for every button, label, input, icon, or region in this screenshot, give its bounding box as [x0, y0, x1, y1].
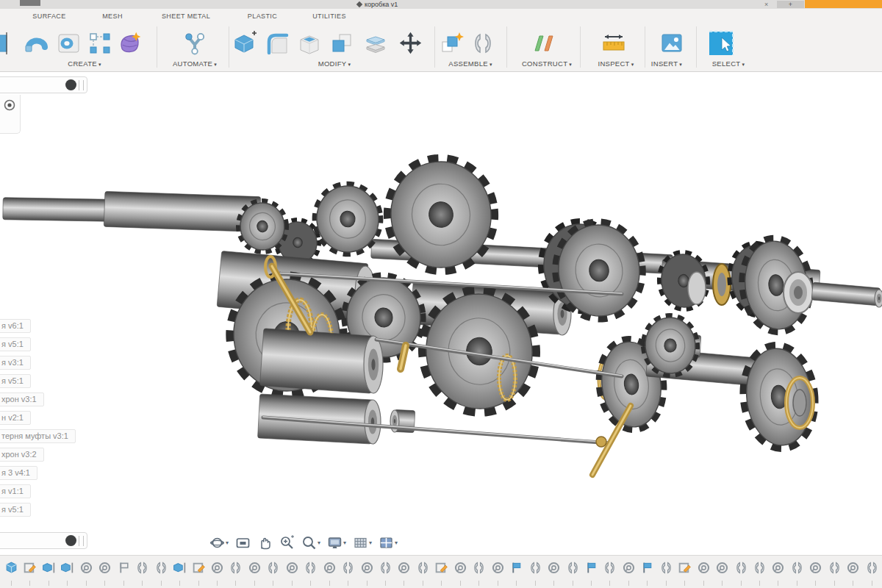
fit-button[interactable]: ▾: [300, 534, 322, 551]
display-settings-icon: [327, 535, 343, 551]
timeline-tick: [722, 581, 723, 586]
timeline-joint-icon[interactable]: [790, 561, 804, 575]
timeline-joint-icon[interactable]: [379, 561, 392, 575]
dropdown-caret: ▾: [679, 62, 682, 67]
combine-icon[interactable]: [329, 31, 354, 56]
timeline-flag-blue-icon[interactable]: [584, 561, 598, 575]
ribbon-group-construct[interactable]: CONSTRUCT▾: [522, 60, 572, 68]
revolve-icon[interactable]: [24, 31, 49, 56]
construction-plane-icon[interactable]: [531, 31, 556, 56]
timeline-tick: [123, 581, 124, 586]
insert-image-icon[interactable]: [660, 31, 684, 56]
timeline-revolute-icon[interactable]: [285, 561, 299, 575]
timeline-revolute-icon[interactable]: [491, 561, 505, 575]
sweep-icon[interactable]: [56, 31, 81, 56]
document-tab-icon: [356, 1, 362, 7]
timeline-revolute-icon[interactable]: [547, 561, 561, 575]
joint-icon[interactable]: [470, 31, 495, 56]
viewport-canvas[interactable]: [0, 71, 882, 531]
press-pull-icon[interactable]: [232, 31, 257, 56]
timeline-revolute-icon[interactable]: [323, 561, 337, 575]
timeline-tick: [179, 581, 180, 586]
ribbon-group-inspect[interactable]: INSPECT▾: [598, 60, 634, 68]
timeline-joint-icon[interactable]: [828, 561, 842, 575]
ribbon-group-modify[interactable]: MODIFY▾: [318, 60, 351, 68]
timeline-revolute-icon[interactable]: [715, 561, 729, 575]
timeline-body-icon[interactable]: [60, 561, 74, 575]
close-tab-icon[interactable]: ×: [764, 0, 768, 9]
timeline-flag-icon[interactable]: [117, 561, 131, 575]
timeline-options-button[interactable]: [65, 535, 76, 546]
timeline-tick: [684, 581, 685, 586]
grid-snaps-button[interactable]: ▾: [351, 534, 373, 551]
new-tab-button[interactable]: +: [777, 1, 804, 8]
ribbon-group-select[interactable]: SELECT▾: [712, 60, 745, 68]
pan-button[interactable]: [256, 534, 274, 551]
ribbon-tab-mesh[interactable]: MESH: [102, 12, 123, 20]
timeline-revolute-icon[interactable]: [360, 561, 374, 575]
ribbon-group-assemble[interactable]: ASSEMBLE▾: [448, 60, 492, 68]
timeline-joint-icon[interactable]: [472, 561, 486, 575]
timeline-joint-icon[interactable]: [341, 561, 355, 575]
move-copy-icon[interactable]: [397, 31, 424, 56]
timeline-revolute-icon[interactable]: [397, 561, 411, 575]
document-tab[interactable]: коробка v1: [357, 0, 398, 9]
timeline-revolute-icon[interactable]: [248, 561, 262, 575]
display-settings-button[interactable]: ▾: [326, 534, 348, 551]
ribbon-tab-plastic[interactable]: PLASTIC: [248, 12, 277, 20]
viewports-button[interactable]: ▾: [377, 534, 399, 551]
timeline-joint-icon[interactable]: [304, 561, 318, 575]
panel-grip[interactable]: [79, 536, 84, 546]
ribbon-group-insert[interactable]: INSERT▾: [651, 60, 682, 68]
timeline-joint-icon[interactable]: [865, 561, 879, 575]
timeline-joint-icon[interactable]: [528, 561, 542, 575]
timeline-joint-icon[interactable]: [266, 561, 280, 575]
timeline-joint-icon[interactable]: [734, 561, 748, 575]
zoom-button[interactable]: [278, 534, 296, 551]
timeline-joint-icon[interactable]: [753, 561, 767, 575]
look-at-button[interactable]: [234, 534, 252, 551]
shell-icon[interactable]: [297, 31, 322, 56]
timeline-joint-icon[interactable]: [229, 561, 243, 575]
timeline-revolute-icon[interactable]: [846, 561, 860, 575]
fillet-icon[interactable]: [265, 31, 290, 56]
timeline-revolute-icon[interactable]: [210, 561, 224, 575]
timeline-joint-icon[interactable]: [659, 561, 673, 575]
new-component-icon[interactable]: [440, 31, 465, 56]
timeline-sketch-icon[interactable]: [678, 561, 692, 575]
timeline-revolute-icon[interactable]: [79, 561, 93, 575]
automated-modeling-icon[interactable]: [181, 31, 209, 56]
timeline-revolute-icon[interactable]: [453, 561, 467, 575]
timeline-sketch-icon[interactable]: [192, 561, 206, 575]
timeline-revolute-icon[interactable]: [808, 561, 822, 575]
timeline-revolute-icon[interactable]: [622, 561, 636, 575]
timeline-joint-icon[interactable]: [603, 561, 617, 575]
timeline-revolute-icon[interactable]: [697, 561, 711, 575]
timeline-joint-icon[interactable]: [416, 561, 430, 575]
ribbon-group-automate[interactable]: AUTOMATE▾: [173, 60, 217, 68]
timeline-sketch-icon[interactable]: [23, 561, 37, 575]
timeline-flag-blue-icon[interactable]: [640, 561, 654, 575]
timeline-joint-icon[interactable]: [135, 561, 149, 575]
measure-icon[interactable]: [600, 31, 628, 56]
timeline-body-icon[interactable]: [42, 561, 56, 575]
split-body-icon[interactable]: [363, 31, 388, 56]
timeline-revolute-icon[interactable]: [771, 561, 785, 575]
timeline-sketch-icon[interactable]: [434, 561, 448, 575]
timeline-component-icon[interactable]: [4, 561, 18, 575]
timeline-revolute-icon[interactable]: [98, 561, 112, 575]
create-form-icon[interactable]: [116, 31, 143, 56]
ribbon-tab-sheet-metal[interactable]: SHEET METAL: [162, 12, 210, 20]
timeline-tick: [29, 581, 30, 586]
ribbon-tab-utilities[interactable]: UTILITIES: [312, 12, 346, 20]
timeline-body-icon[interactable]: [173, 561, 187, 575]
ribbon-tab-surface[interactable]: SURFACE: [32, 12, 65, 20]
extrude-icon[interactable]: [0, 31, 7, 56]
orbit-button[interactable]: ▾: [208, 534, 230, 551]
timeline-flag-blue-icon[interactable]: [509, 561, 523, 575]
select-icon[interactable]: [707, 29, 735, 57]
ribbon-group-create[interactable]: CREATE▾: [68, 60, 101, 68]
timeline-joint-icon[interactable]: [154, 561, 168, 575]
rectangular-pattern-icon[interactable]: [88, 31, 112, 56]
timeline-joint-icon[interactable]: [566, 561, 580, 575]
